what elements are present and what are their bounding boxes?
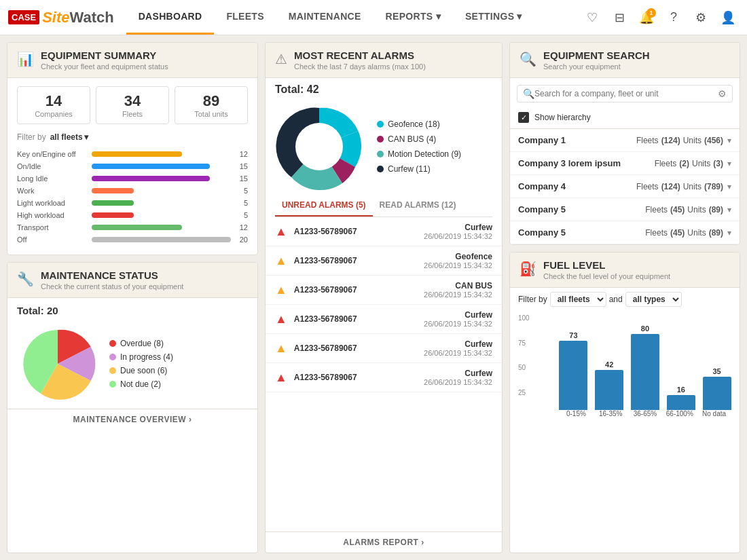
status-bar-wrap — [92, 151, 231, 157]
expand-icon[interactable]: ▾ — [727, 205, 731, 214]
alarm-type: Curfew — [424, 339, 492, 349]
alarm-severity-icon: ▲ — [275, 225, 287, 239]
units-label: Units — [687, 205, 706, 214]
alarm-id: A1233-56789067 — [294, 227, 417, 236]
bar-label: 0-15% — [559, 410, 594, 417]
legend-label: Due soon (6) — [120, 366, 167, 375]
status-bar-wrap — [92, 237, 231, 242]
expand-icon[interactable]: ▾ — [727, 182, 731, 191]
company-name: Company 5 — [518, 227, 642, 238]
alarm-type: CAN BUS — [424, 281, 492, 291]
legend-dot — [109, 381, 116, 388]
fuel-icon: ⛽ — [520, 261, 536, 277]
alarm-legend-dot — [377, 151, 384, 157]
status-bar-wrap — [92, 225, 231, 230]
show-hierarchy-row: ✓ Show hierarchy — [510, 109, 740, 128]
logo: CASE SiteWatch — [8, 9, 114, 26]
filter-icon[interactable]: ⚙ — [718, 88, 727, 99]
status-value: 5 — [231, 211, 248, 219]
middle-column: ⚠ MOST RECENT ALARMS Check the last 7 da… — [265, 42, 503, 553]
help-icon[interactable]: ? — [663, 7, 685, 29]
alarm-legend-item: CAN BUS (4) — [377, 134, 461, 144]
status-value: 15 — [231, 174, 248, 183]
filter-by-label: Filter by — [17, 132, 46, 142]
maintenance-status-card: 🔧 MAINTENANCE STATUS Check the current s… — [7, 262, 258, 553]
alarm-info: Curfew 26/06/2019 15:34:32 — [424, 339, 492, 357]
company-name: Company 4 — [518, 181, 634, 191]
company-name: Company 3 lorem ipsum — [518, 158, 652, 168]
nav-settings[interactable]: SETTINGS ▾ — [453, 0, 534, 35]
status-row: Off 20 — [17, 236, 248, 244]
equipment-search-title: EQUIPMENT SEARCH — [543, 50, 650, 61]
status-name: Light workload — [17, 199, 92, 207]
alarms-chart-area: Geofence (18) CAN BUS (4) Motion Detecti… — [266, 98, 502, 195]
nav-reports[interactable]: REPORTS ▾ — [374, 0, 453, 35]
alarm-row: ▲ A1233-56789067 CAN BUS 26/06/2019 15:3… — [266, 276, 502, 305]
company-name: Company 5 — [518, 204, 642, 214]
units-count: (789) — [704, 182, 723, 191]
alarm-id: A1233-56789067 — [294, 314, 417, 324]
gear-icon[interactable]: ⚙ — [690, 7, 712, 29]
legend-item: Not due (2) — [109, 379, 173, 389]
chart-column: 16 — [666, 386, 695, 410]
chart-bar — [595, 370, 623, 410]
fleets-count: (124) — [661, 136, 680, 145]
fleets-count: 34 — [106, 92, 159, 110]
show-hierarchy-checkbox[interactable]: ✓ — [518, 112, 529, 123]
expand-icon[interactable]: ▾ — [727, 159, 731, 168]
svg-point-0 — [295, 123, 343, 170]
search-input[interactable] — [534, 89, 718, 98]
alarm-severity-icon: ▲ — [275, 341, 287, 356]
chart-bar — [559, 341, 587, 410]
filter-fleet-select[interactable]: all fleets ▾ — [50, 132, 88, 142]
alarm-id: A1233-56789067 — [294, 373, 417, 382]
expand-icon[interactable]: ▾ — [727, 136, 731, 145]
bar-value: 16 — [677, 386, 685, 394]
alarm-legend-item: Motion Detection (9) — [377, 149, 461, 159]
alarm-tab[interactable]: READ ALARMS (12) — [373, 195, 463, 217]
alarms-donut-chart — [275, 102, 363, 191]
alarms-report-button[interactable]: ALARMS REPORT › — [266, 531, 502, 553]
bell-icon[interactable]: 🔔 1 — [636, 7, 657, 29]
nav-dashboard[interactable]: DASHBOARD — [126, 0, 215, 35]
maintenance-overview-button[interactable]: MAINTENANCE OVERVIEW › — [7, 409, 257, 430]
units-label: Total units — [185, 110, 238, 118]
alarm-tab[interactable]: UNREAD ALARMS (5) — [275, 195, 373, 217]
nav-maintenance[interactable]: MAINTENANCE — [276, 0, 374, 35]
maintenance-pie-chart — [17, 323, 98, 405]
nav-fleets[interactable]: FLEETS — [214, 0, 276, 35]
expand-icon[interactable]: ▾ — [727, 228, 731, 238]
filter-row: Filter by all fleets ▾ — [7, 130, 257, 147]
main-layout: 📊 EQUIPMENT SUMMARY Check your fleet and… — [0, 35, 747, 560]
units-label: Units — [683, 182, 702, 191]
wrench-icon: 🔧 — [17, 271, 34, 287]
company-meta: Fleets (124) Units (789) ▾ — [636, 182, 731, 191]
maintenance-legend: Overdue (8) In progress (4) Due soon (6)… — [109, 339, 173, 389]
alarm-legend-dot — [377, 121, 384, 128]
maintenance-header: 🔧 MAINTENANCE STATUS Check the current s… — [7, 263, 257, 298]
alarm-legend-dot — [377, 166, 384, 172]
alarms-card: ⚠ MOST RECENT ALARMS Check the last 7 da… — [265, 42, 503, 553]
fuel-type-select[interactable]: all types — [625, 292, 682, 307]
alarm-legend-dot — [377, 136, 384, 143]
alarm-severity-icon: ▲ — [275, 312, 287, 326]
status-value: 5 — [231, 187, 248, 195]
fuel-level-title: FUEL LEVEL — [543, 259, 670, 271]
alarm-info: Curfew 26/06/2019 15:34:32 — [424, 369, 492, 386]
heart-icon[interactable]: ♡ — [581, 7, 603, 29]
user-icon[interactable]: 👤 — [717, 7, 739, 29]
y-axis-label: 25 — [518, 390, 530, 396]
status-bar — [92, 176, 210, 181]
notification-badge: 1 — [646, 8, 656, 18]
alarms-header: ⚠ MOST RECENT ALARMS Check the last 7 da… — [266, 43, 502, 78]
units-count: (3) — [713, 159, 723, 168]
status-bar-wrap — [92, 200, 231, 206]
alarm-time: 26/06/2019 15:34:32 — [424, 320, 492, 328]
company-list: Company 1 Fleets (124) Units (456) ▾ Com… — [510, 128, 740, 244]
units-stat: 89 Total units — [175, 86, 248, 124]
fleets-count: (2) — [679, 159, 689, 168]
sliders-icon[interactable]: ⊟ — [608, 7, 630, 29]
search-icon: 🔍 — [523, 88, 534, 99]
fuel-fleet-select[interactable]: all fleets — [550, 292, 606, 307]
y-axis-label: 50 — [518, 365, 530, 371]
